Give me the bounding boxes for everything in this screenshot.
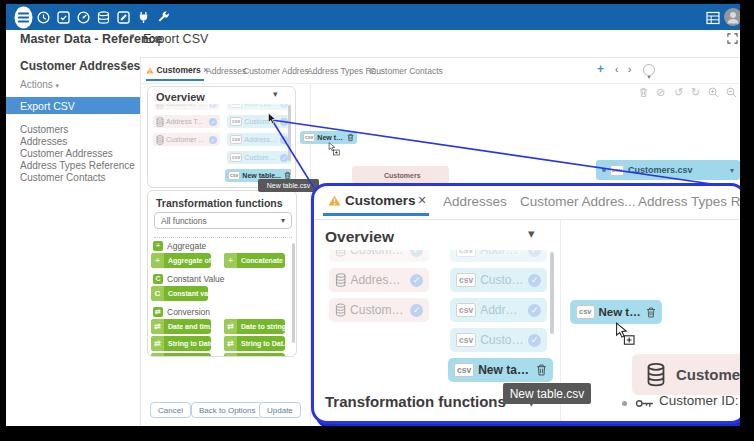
mouse-cursor-icon [266, 112, 277, 125]
workspace-title: Master Data - Reference [20, 32, 162, 46]
csv-chip[interactable]: csv Addresses... [227, 104, 291, 110]
check-icon [280, 154, 288, 162]
overview-collapse-icon[interactable] [273, 89, 278, 99]
tab-scroll-right-icon[interactable]: › [628, 64, 631, 75]
fullscreen-icon[interactable] [727, 33, 738, 44]
gauge-icon[interactable] [77, 11, 90, 24]
overlay-tab-close-icon: × [418, 192, 426, 208]
redo-icon[interactable]: ↻ [691, 86, 700, 99]
db-table-icon [646, 362, 666, 387]
wrench-icon[interactable] [157, 11, 170, 24]
form-edit-icon[interactable] [117, 11, 130, 24]
category-conversion: ⇄Conversion [153, 307, 210, 317]
function-date-to-string[interactable]: ⇄Date to string [224, 319, 285, 334]
app-logo-icon[interactable] [14, 6, 33, 29]
sidebar-item-addresses[interactable]: Addresses [20, 136, 67, 147]
sidebar-item-customer-contacts[interactable]: Customer Contacts [20, 172, 106, 183]
delete-icon[interactable] [639, 87, 648, 98]
function-time-to-string[interactable]: ⇄Time to strin... [224, 353, 285, 357]
db-table-icon [156, 104, 164, 109]
overlay-csv-chip: csv Address T... [450, 298, 547, 322]
function-constant-value[interactable]: CConstant value [151, 286, 208, 301]
overlay-csv-chip: csv Addresses... [450, 250, 547, 262]
category-constant-value: CConstant Value [153, 274, 225, 284]
check-icon [280, 118, 288, 126]
sidebar-item-customers[interactable]: Customers [20, 124, 68, 135]
overlay-tabbar-border [314, 219, 747, 220]
back-to-options-button[interactable]: Back to Options [191, 402, 263, 418]
csv-chip[interactable]: csv Customer ... [227, 115, 291, 128]
tab-customer-addresses[interactable]: Customer Addres... [243, 66, 316, 76]
function-concatenate[interactable]: +Concatenate ... [224, 253, 285, 268]
cancel-button[interactable]: Cancel [150, 402, 191, 418]
overlay-tab-customer-addresses: Customer Addres... [520, 194, 636, 209]
warning-icon [328, 195, 341, 206]
entity-caret-icon[interactable] [122, 58, 127, 68]
tabbar-border [140, 83, 740, 84]
csv-badge: csv [610, 165, 624, 176]
chip-collapse-icon[interactable] [730, 166, 734, 175]
tasks-icon[interactable] [57, 11, 70, 24]
function-filter-select[interactable]: All functions [154, 212, 292, 229]
workspace-caret-icon[interactable] [130, 31, 135, 41]
category-aggregate: +Aggregate [153, 241, 206, 251]
actions-menu[interactable]: Actions [20, 79, 59, 90]
clock-icon[interactable] [37, 11, 50, 24]
csv-chip[interactable]: csv Customer ... [227, 151, 291, 164]
sidebar-divider [140, 57, 141, 426]
overlay-tab-addresses: Addresses [443, 194, 507, 209]
function-aggregate-of[interactable]: +Aggregate of... [151, 253, 211, 268]
overlay-csv-chip-new-table: csv New table... [448, 358, 553, 382]
letterbox-left [0, 0, 6, 441]
zoom-out-icon[interactable] [726, 87, 737, 98]
letterbox-right [740, 0, 754, 441]
page-title: Export CSV [143, 32, 208, 46]
tab-list-dropdown-icon[interactable] [643, 64, 655, 76]
zoom-in-icon[interactable] [708, 87, 719, 98]
function-string-to-time[interactable]: ⇄String to Tim... [151, 353, 211, 357]
db-table-icon [156, 135, 164, 145]
overview-title: Overview [156, 91, 205, 103]
data-grid-icon[interactable] [706, 11, 720, 25]
conversion-icon: ⇄ [224, 336, 237, 351]
sidebar-item-export-csv[interactable]: Export CSV [6, 97, 140, 114]
csv-badge: csv [456, 333, 476, 347]
warning-icon [146, 67, 154, 74]
sidebar-item-address-types-reference[interactable]: Address Types Reference [20, 160, 135, 171]
function-date-and-time[interactable]: ⇄Date and tim... [151, 319, 211, 334]
csv-chip[interactable]: csv Address T... [227, 133, 291, 146]
customers-block-label: Customers [384, 172, 421, 179]
zoom-overlay: Customers × Addresses Customer Addres...… [311, 183, 747, 424]
db-chip[interactable]: Address T... [153, 115, 220, 128]
plug-icon[interactable] [137, 11, 150, 24]
sidebar-item-customer-addresses[interactable]: Customer Addresses [20, 148, 113, 159]
customers-csv-header-chip[interactable]: csv Customers.csv [596, 160, 740, 180]
database-icon[interactable] [97, 11, 110, 24]
function-string-to-date[interactable]: ⇄String to Date [151, 336, 211, 351]
actions-caret-icon [56, 82, 60, 89]
functions-scrollbar[interactable] [292, 243, 295, 343]
unlink-icon[interactable]: ⊘ [656, 86, 665, 99]
overlay-csv-chip: csv Customer ... [450, 268, 547, 292]
trash-icon[interactable] [347, 133, 354, 142]
function-string-to-dat[interactable]: ⇄String to Dat... [224, 336, 285, 351]
check-icon [528, 250, 541, 257]
overlay-db-chip: Customer ... [329, 298, 429, 322]
aggregate-icon: + [153, 241, 163, 251]
port-dot-icon [602, 168, 606, 172]
select-caret-icon [281, 216, 285, 225]
tab-customers[interactable]: Customers × [146, 65, 206, 75]
overlay-customers-table-block: Customers [632, 354, 747, 395]
tab-addresses[interactable]: Addresses [206, 66, 246, 76]
db-chip[interactable]: Customer ... [153, 133, 220, 146]
overview-scrollbar[interactable] [288, 105, 291, 161]
undo-icon[interactable]: ↺ [674, 86, 683, 99]
drag-copy-cursor-icon [327, 142, 341, 156]
tab-customer-contacts[interactable]: Customer Contacts [370, 66, 443, 76]
db-chip[interactable]: Customer ... [153, 104, 220, 110]
add-tab-icon[interactable]: + [597, 62, 604, 76]
trash-icon [536, 363, 547, 377]
tab-scroll-left-icon[interactable]: ‹ [615, 64, 618, 75]
customers-table-block-small[interactable]: Customers [352, 166, 449, 183]
update-button[interactable]: Update [259, 402, 301, 418]
